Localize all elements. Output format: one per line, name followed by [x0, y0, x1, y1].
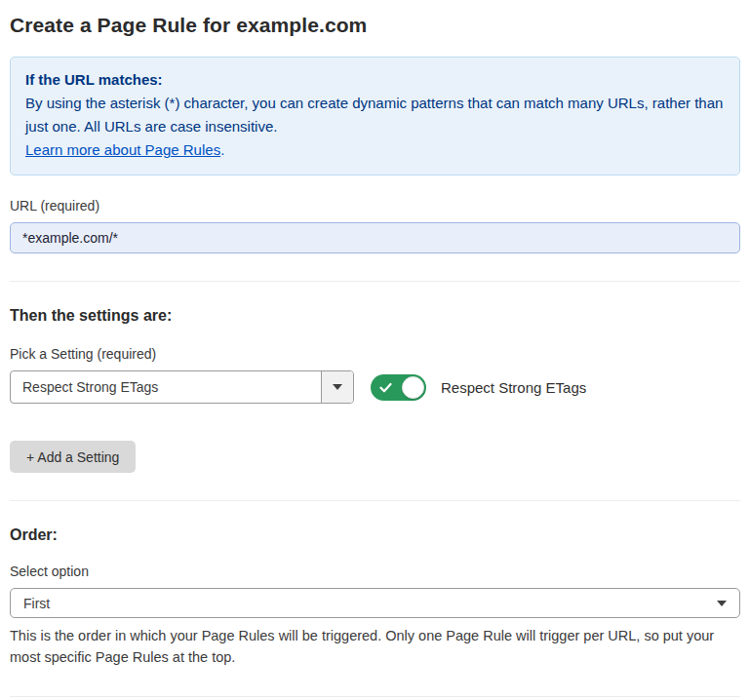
add-setting-button[interactable]: + Add a Setting [10, 441, 136, 473]
respect-strong-etags-toggle[interactable] [371, 374, 426, 401]
order-select[interactable]: First [10, 588, 740, 618]
setting-row: Respect Strong ETags Respect Strong ETag… [10, 370, 740, 404]
setting-select-value: Respect Strong ETags [11, 371, 321, 403]
order-select-value: First [23, 596, 717, 611]
setting-select[interactable]: Respect Strong ETags [10, 370, 354, 404]
info-box-link-line: Learn more about Page Rules. [25, 138, 725, 162]
caret-down-icon [717, 601, 727, 606]
order-help-text: This is the order in which your Page Rul… [10, 626, 740, 669]
link-suffix: . [220, 141, 224, 158]
info-box-heading: If the URL matches: [25, 68, 725, 92]
divider [10, 281, 740, 282]
learn-more-link[interactable]: Learn more about Page Rules [25, 141, 220, 158]
order-select-label: Select option [10, 564, 740, 579]
check-icon [378, 380, 393, 395]
settings-heading: Then the settings are: [10, 307, 740, 325]
divider [10, 696, 740, 697]
page-rule-form: Create a Page Rule for example.com If th… [0, 0, 750, 700]
toggle-knob [402, 376, 424, 399]
url-match-info-box: If the URL matches: By using the asteris… [10, 57, 740, 175]
caret-down-icon [333, 384, 342, 390]
toggle-label: Respect Strong ETags [441, 379, 586, 396]
order-heading: Order: [10, 526, 740, 544]
url-input[interactable] [10, 222, 740, 253]
url-label: URL (required) [10, 198, 740, 214]
setting-select-caret-cell[interactable] [321, 371, 353, 403]
page-title: Create a Page Rule for example.com [10, 14, 740, 37]
info-box-body: By using the asterisk (*) character, you… [25, 92, 725, 138]
setting-picker-label: Pick a Setting (required) [10, 346, 740, 362]
divider [10, 500, 740, 501]
